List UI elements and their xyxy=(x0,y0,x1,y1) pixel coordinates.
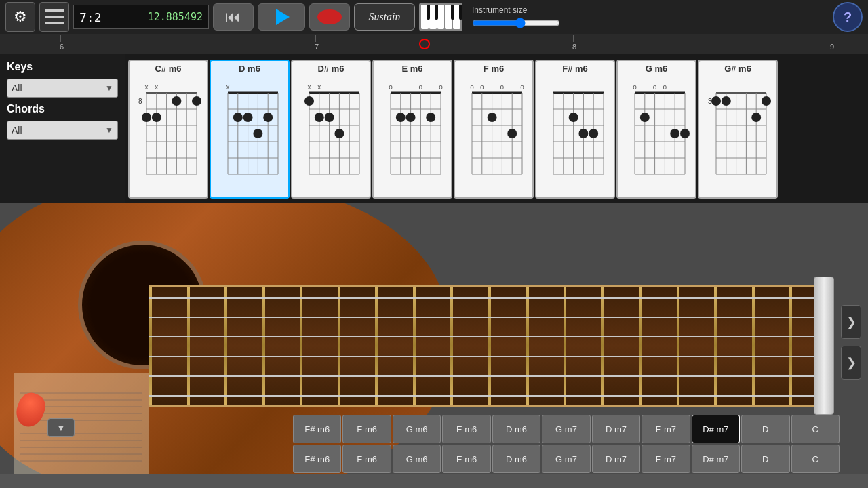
fret-line xyxy=(677,287,679,405)
svg-text:o: o xyxy=(653,83,657,91)
list-button[interactable] xyxy=(39,2,69,32)
bottom-chord-button[interactable]: D xyxy=(741,445,789,473)
fret-line xyxy=(300,287,302,405)
rewind-button[interactable]: ⏮ xyxy=(213,3,254,30)
svg-point-75 xyxy=(426,113,435,122)
chord-card[interactable]: F m6oooo xyxy=(454,60,534,199)
svg-point-56 xyxy=(325,113,334,122)
down-arrow-button[interactable]: ▼ xyxy=(47,418,75,437)
play-button[interactable] xyxy=(258,3,305,30)
chord-diagram-svg: 3 xyxy=(704,76,772,181)
chord-name: D# m6 xyxy=(317,64,344,74)
svg-text:o: o xyxy=(663,83,667,91)
svg-text:o: o xyxy=(419,83,423,91)
fret-line xyxy=(338,287,340,405)
bottom-chord-button[interactable]: D m6 xyxy=(492,415,540,443)
bottom-chord-button[interactable]: F# m6 xyxy=(293,415,341,443)
bottom-chord-button[interactable]: G m7 xyxy=(542,445,590,473)
chord-name: E m6 xyxy=(401,64,422,74)
bottom-chord-button[interactable]: D# m7 xyxy=(692,445,740,473)
guitar-string xyxy=(149,317,827,318)
right-arrows: ❯ ❯ xyxy=(841,305,861,380)
svg-text:x: x xyxy=(155,83,158,91)
time-ratio: 7:2 xyxy=(79,10,102,24)
fret-line xyxy=(413,287,416,405)
svg-point-107 xyxy=(578,129,588,138)
chords-value: All xyxy=(12,125,22,136)
chord-diagram-svg: xx xyxy=(297,76,365,181)
left-controls: Keys All ▼ Chords All ▼ xyxy=(0,54,125,203)
bottom-chord-button[interactable]: F# m6 xyxy=(293,445,341,473)
svg-text:o: o xyxy=(520,83,524,91)
svg-text:x: x xyxy=(308,83,311,91)
svg-point-73 xyxy=(396,113,406,122)
chord-name: F# m6 xyxy=(562,64,588,74)
help-button[interactable]: ? xyxy=(833,2,863,32)
svg-text:o: o xyxy=(470,83,474,91)
gear-button[interactable]: ⚙ xyxy=(5,2,35,32)
bottom-chord-button[interactable]: G m7 xyxy=(542,415,590,443)
bottom-chord-button[interactable]: F m6 xyxy=(342,415,391,443)
chord-card[interactable]: D m6x xyxy=(210,60,290,199)
sustain-button[interactable]: Sustain xyxy=(354,3,415,30)
bottom-chord-button[interactable]: G m6 xyxy=(393,415,441,443)
bottom-chord-button[interactable]: E m6 xyxy=(442,445,490,473)
time-display: 7:2 12.885492 xyxy=(73,5,209,29)
size-slider[interactable] xyxy=(472,18,560,28)
ruler-mark-9: 9 xyxy=(830,34,834,54)
scroll-right-down-button[interactable]: ❯ xyxy=(841,346,861,380)
keys-select[interactable]: All ▼ xyxy=(7,79,118,98)
bottom-chord-buttons: F# m6F m6G m6E m6D m6G m7D m7E m7D# m7DC… xyxy=(292,413,841,474)
bottom-chord-button[interactable]: G m6 xyxy=(393,445,441,473)
bottom-chord-button[interactable]: D m6 xyxy=(492,445,540,473)
bottom-chord-button[interactable]: D m7 xyxy=(592,415,640,443)
keys-label: Keys xyxy=(7,61,118,73)
bottom-chord-button[interactable]: C xyxy=(791,445,840,473)
chord-card[interactable]: G m6ooo xyxy=(616,60,696,199)
bottom-chord-button[interactable]: E m7 xyxy=(642,415,690,443)
fret-line xyxy=(564,287,566,405)
record-oval xyxy=(317,9,342,24)
svg-point-74 xyxy=(406,113,416,122)
chord-area: Keys All ▼ Chords All ▼ C# m68xxD m6xD# … xyxy=(0,54,868,203)
chord-name: G m6 xyxy=(646,64,668,74)
chords-select[interactable]: All ▼ xyxy=(7,121,118,140)
svg-point-37 xyxy=(243,113,253,122)
bottom-chord-button[interactable]: E m7 xyxy=(642,445,690,473)
chord-card[interactable]: C# m68xx xyxy=(128,60,208,199)
nut-piece xyxy=(814,277,834,415)
fret-line xyxy=(639,287,642,405)
bottom-chord-button[interactable]: D# m7 xyxy=(692,415,740,443)
svg-point-39 xyxy=(263,113,273,122)
bottom-chord-button[interactable]: D xyxy=(741,415,789,443)
bottom-chord-button[interactable]: F m6 xyxy=(342,445,391,473)
chord-name: C# m6 xyxy=(155,64,181,74)
chord-card[interactable]: G# m63 xyxy=(698,60,778,199)
svg-point-38 xyxy=(253,129,262,138)
keys-value: All xyxy=(12,83,22,94)
chord-diagram-svg: x xyxy=(216,76,283,181)
chord-card[interactable]: F# m6 xyxy=(535,60,615,199)
bottom-chord-button[interactable]: C xyxy=(791,415,840,443)
guitar-string xyxy=(149,336,827,337)
fret-line xyxy=(488,287,491,405)
chord-card[interactable]: E m6ooo xyxy=(372,60,452,199)
bottom-chord-button[interactable]: D m7 xyxy=(592,445,640,473)
bottom-chord-button[interactable]: E m6 xyxy=(442,415,490,443)
svg-point-20 xyxy=(152,113,161,122)
chord-diagram-svg xyxy=(541,76,609,181)
chord-card[interactable]: D# m6xx xyxy=(291,60,371,199)
fret-line xyxy=(262,287,265,405)
guitar-area: ❯ ❯ ▼ F# m6F m6G m6E m6D m6G m7D m7E m7D… xyxy=(0,203,868,474)
svg-point-93 xyxy=(507,129,517,138)
ruler-mark-8: 8 xyxy=(572,34,576,54)
playhead xyxy=(419,39,430,49)
svg-text:x: x xyxy=(145,83,149,91)
fret-line xyxy=(752,287,755,405)
record-button[interactable] xyxy=(309,3,350,30)
fretboard xyxy=(149,285,827,407)
scroll-right-up-button[interactable]: ❯ xyxy=(841,305,861,339)
svg-point-21 xyxy=(172,96,181,106)
svg-marker-3 xyxy=(276,9,290,25)
chord-diagrams: C# m68xxD m6xD# m6xxE m6oooF m6ooooF# m6… xyxy=(125,54,868,203)
